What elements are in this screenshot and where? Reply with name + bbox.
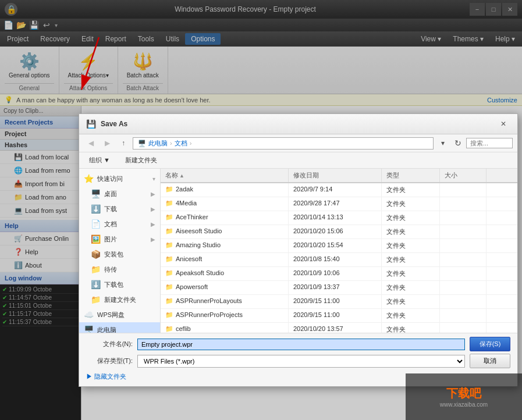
table-row[interactable]: 📁Apeaksoft Studio 2020/10/9 10:06 文件夹 (161, 267, 517, 281)
file-size-cell (440, 323, 487, 333)
table-row[interactable]: 📁Aiseesoft Studio 2020/10/20 15:06 文件夹 (161, 225, 517, 239)
file-name-cell: 📁Apowersoft (161, 281, 289, 294)
organize-button[interactable]: 组织 ▼ (84, 154, 115, 166)
this-pc-icon: 🖥️ (84, 325, 94, 333)
file-list-header: 名称 ▲ 修改日期 类型 大小 (161, 169, 517, 183)
watermark-url: www.xiazaiba.com (440, 401, 488, 408)
file-size-cell (440, 197, 487, 211)
save-as-dialog: 💾 Save As ✕ ◀ ▶ ↑ 🖥️ 此电脑 › 文档 › ▾ ↻ 组织 ▼… (79, 113, 518, 387)
dialog-close-button[interactable]: ✕ (496, 118, 510, 130)
table-row[interactable]: 📁Apowersoft 2020/10/9 13:37 文件夹 (161, 281, 517, 295)
nav-panel: ⭐ 快速访问 ▾ 🖥️ 桌面 ▶ ⬇️ 下载 ▶ 📄 文档 ▶ 🖼️ 图片 (79, 169, 161, 333)
file-type-cell: 文件夹 (382, 295, 440, 308)
nav-downloads[interactable]: ⬇️ 下载 ▶ (79, 201, 160, 216)
table-row[interactable]: 📁Amazing Studio 2020/10/20 15:54 文件夹 (161, 239, 517, 253)
file-type-cell: 文件夹 (382, 253, 440, 266)
file-date-cell: 2020/10/14 13:13 (289, 211, 382, 225)
file-name-cell: 📁AceThinker (161, 211, 289, 225)
table-row[interactable]: 📁ceflib 2020/10/20 13:57 文件夹 (161, 323, 517, 333)
search-input[interactable] (466, 138, 513, 148)
file-type-cell: 文件夹 (382, 197, 440, 211)
file-name-cell: 📁Aiseesoft Studio (161, 225, 289, 239)
file-rows-container: 📁2adak 2020/9/7 9:14 文件夹 📁4Media 2020/9/… (161, 183, 517, 333)
nav-install-pkg[interactable]: 📦 安装包 (79, 247, 160, 262)
nav-back-button[interactable]: ◀ (84, 137, 98, 150)
filetype-row: 保存类型(T): WPR Files (*.wpr) 取消 (86, 354, 510, 368)
folder-icon: 📁 (165, 325, 173, 332)
file-type-cell: 文件夹 (382, 239, 440, 252)
nav-transfer[interactable]: 📁 待传 (79, 262, 160, 277)
quick-access-icon: ⭐ (84, 174, 94, 183)
cancel-button[interactable]: 取消 (470, 354, 510, 368)
dialog-body: ⭐ 快速访问 ▾ 🖥️ 桌面 ▶ ⬇️ 下载 ▶ 📄 文档 ▶ 🖼️ 图片 (79, 169, 517, 333)
table-row[interactable]: 📁4Media 2020/9/28 17:47 文件夹 (161, 197, 517, 211)
file-size-cell (440, 309, 487, 322)
new-folder-button[interactable]: 新建文件夹 (120, 154, 162, 166)
dialog-title-bar: 💾 Save As ✕ (79, 114, 517, 134)
nav-desktop[interactable]: 🖥️ 桌面 ▶ (79, 186, 160, 201)
table-row[interactable]: 📁ASPRunnerProProjects 2020/9/15 11:00 文件… (161, 309, 517, 323)
folder-icon: 📁 (165, 227, 173, 234)
new-folder-nav-icon: 📁 (91, 295, 101, 304)
file-date-cell: 2020/10/20 15:06 (289, 225, 382, 239)
col-name[interactable]: 名称 ▲ (161, 169, 289, 182)
folder-icon: 📁 (165, 213, 173, 220)
documents-icon: 📄 (91, 219, 101, 229)
nav-forward-button[interactable]: ▶ (100, 137, 114, 150)
col-date[interactable]: 修改日期 (289, 169, 382, 182)
filename-input[interactable] (137, 339, 465, 350)
file-date-cell: 2020/9/15 11:00 (289, 295, 382, 308)
filetype-label: 保存类型(T): (86, 357, 133, 365)
folder-icon: 📁 (165, 297, 173, 304)
watermark: 下载吧 www.xiazaiba.com (406, 373, 522, 420)
file-list: 名称 ▲ 修改日期 类型 大小 📁2adak 2020/9/7 9:14 文件夹 (161, 169, 517, 333)
file-name-cell: 📁Apeaksoft Studio (161, 267, 289, 280)
transfer-icon: 📁 (91, 265, 101, 274)
nav-quick-access[interactable]: ⭐ 快速访问 ▾ (79, 171, 160, 186)
folder-icon: 📁 (165, 283, 173, 290)
file-name-cell: 📁ceflib (161, 323, 289, 333)
table-row[interactable]: 📁AceThinker 2020/10/14 13:13 文件夹 (161, 211, 517, 225)
nav-documents[interactable]: 📄 文档 ▶ (79, 216, 160, 232)
breadcrumb-docs[interactable]: 文档 (175, 139, 187, 148)
refresh-button[interactable]: ↻ (452, 138, 464, 148)
breadcrumb-icon: 🖥️ (138, 140, 146, 147)
file-type-cell: 文件夹 (382, 183, 440, 197)
file-size-cell (440, 281, 487, 294)
file-name-cell: 📁Amazing Studio (161, 239, 289, 252)
file-size-cell (440, 211, 487, 225)
file-type-cell: 文件夹 (382, 309, 440, 322)
nav-new-folder[interactable]: 📁 新建文件夹 (79, 292, 160, 307)
nav-this-pc[interactable]: 🖥️ 此电脑 (79, 322, 160, 333)
folder-icon: 📁 (165, 311, 173, 318)
nav-dropdown-button[interactable]: ▾ (436, 137, 450, 150)
file-size-cell (440, 267, 487, 280)
nav-download-pkg[interactable]: ⬇️ 下载包 (79, 277, 160, 292)
downloads-icon: ⬇️ (91, 204, 101, 213)
file-type-cell: 文件夹 (382, 211, 440, 225)
table-row[interactable]: 📁ASPRunnerProLayouts 2020/9/15 11:00 文件夹 (161, 295, 517, 309)
table-row[interactable]: 📁2adak 2020/9/7 9:14 文件夹 (161, 183, 517, 197)
file-name-cell: 📁ASPRunnerProProjects (161, 309, 289, 322)
col-size[interactable]: 大小 (440, 169, 487, 182)
nav-pictures[interactable]: 🖼️ 图片 ▶ (79, 232, 160, 247)
file-type-cell: 文件夹 (382, 281, 440, 294)
file-size-cell (440, 239, 487, 252)
table-row[interactable]: 📁Anicesoft 2020/10/8 15:40 文件夹 (161, 253, 517, 267)
nav-up-button[interactable]: ↑ (116, 137, 130, 150)
filename-label: 文件名(N): (86, 340, 133, 348)
file-name-cell: 📁2adak (161, 183, 289, 197)
col-type[interactable]: 类型 (382, 169, 440, 182)
watermark-text: 下载吧 (440, 386, 488, 401)
filetype-select[interactable]: WPR Files (*.wpr) (137, 355, 465, 368)
save-button[interactable]: 保存(S) (470, 337, 510, 351)
file-date-cell: 2020/10/8 15:40 (289, 253, 382, 266)
breadcrumb: 🖥️ 此电脑 › 文档 › (133, 137, 434, 150)
nav-wps[interactable]: ☁️ WPS网盘 (79, 307, 160, 322)
wps-icon: ☁️ (84, 310, 94, 319)
file-date-cell: 2020/9/15 11:00 (289, 309, 382, 322)
file-date-cell: 2020/10/20 13:57 (289, 323, 382, 333)
breadcrumb-computer[interactable]: 此电脑 (148, 139, 168, 148)
dl-pkg-icon: ⬇️ (91, 280, 101, 289)
sort-name-arrow: ▲ (179, 173, 184, 179)
